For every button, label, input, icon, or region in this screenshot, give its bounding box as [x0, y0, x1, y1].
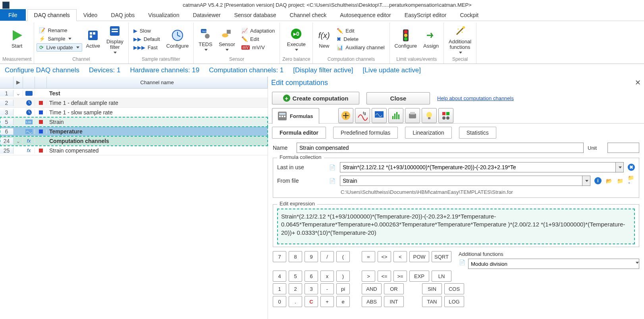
calc-mul[interactable]: x [320, 271, 334, 282]
expression-textarea[interactable]: Strain*(2.12/2.12 *(1+93/1000000)*(Tempe… [277, 209, 635, 244]
from-file-combo[interactable] [340, 176, 582, 186]
tab-strain-icon[interactable] [338, 108, 353, 123]
default-button[interactable]: ▶▶Default [131, 35, 162, 43]
link-live-update[interactable]: [Live update active] [362, 66, 420, 74]
calc-dot[interactable]: . [289, 296, 302, 307]
calc-lt[interactable]: < [393, 251, 407, 262]
tab-sensor-database[interactable]: Sensor database [228, 9, 283, 21]
calc-gt[interactable]: > [362, 271, 375, 282]
grid-row-strain[interactable]: 5 1.00 Strain [0, 117, 268, 127]
name-input[interactable] [297, 143, 584, 153]
tab-print-icon[interactable] [405, 108, 420, 123]
tab-video[interactable]: Video [77, 9, 104, 21]
chevron-down-icon[interactable] [635, 259, 639, 269]
calc-log[interactable]: LOG [444, 296, 464, 307]
tab-wave-icon[interactable]: fg [355, 108, 370, 123]
configure-rates-button[interactable]: Configure [164, 27, 191, 50]
calc-sqrt[interactable]: SQRT [432, 251, 451, 262]
calc-9[interactable]: 9 [305, 251, 318, 262]
calc-lpar[interactable]: ( [336, 251, 350, 262]
calc-3[interactable]: 3 [305, 283, 318, 294]
calc-pi[interactable]: pi [336, 283, 350, 294]
addfn-combo[interactable] [469, 259, 635, 269]
tab-channel-check[interactable]: Channel check [283, 9, 334, 21]
link-configure-daq[interactable]: Configure DAQ channels [5, 66, 79, 74]
note-icon[interactable]: 📄 [329, 177, 336, 184]
link-devices[interactable]: Devices: 1 [89, 66, 120, 74]
calc-clear[interactable]: C [305, 296, 318, 307]
calc-or[interactable]: OR [384, 283, 404, 294]
calc-cos[interactable]: COS [444, 283, 464, 294]
teds-button[interactable]: TEDS TEDS [196, 26, 215, 52]
close-icon[interactable]: ✕ [635, 78, 641, 87]
tab-bulb-icon[interactable] [422, 108, 437, 123]
calc-ne[interactable]: <> [378, 251, 391, 262]
mvv-button[interactable]: mVmV/V [239, 44, 277, 51]
chevron-down-icon[interactable] [582, 176, 590, 186]
help-link[interactable]: Help about computation channels [437, 95, 514, 101]
note-icon[interactable]: 📄 [459, 259, 466, 266]
close-button[interactable]: Close [366, 92, 430, 104]
edit-sensor-button[interactable]: ✏️Edit [239, 35, 277, 43]
tab-cockpit[interactable]: Cockpit [453, 9, 485, 21]
slow-button[interactable]: ▶Slow [131, 27, 162, 35]
grid-row-time1[interactable]: 2 Time 1 - default sample rate [0, 98, 268, 108]
fast-button[interactable]: ▶▶▶Fast [131, 44, 162, 51]
calc-0[interactable]: 0 [273, 296, 286, 307]
create-computation-button[interactable]: + Create computation [272, 92, 359, 104]
sample-button[interactable]: ⚡Sample [37, 35, 82, 43]
calc-2[interactable]: 2 [289, 283, 302, 294]
link-comp-channels[interactable]: Computation channels: 1 [209, 66, 283, 74]
info-icon[interactable]: i [594, 177, 602, 184]
tab-predefined[interactable]: Predefined formulas [333, 127, 398, 139]
calc-abs[interactable]: ABS [362, 296, 382, 307]
live-update-button[interactable]: ⟳Live update [37, 43, 82, 52]
header-channel-name[interactable]: Channel name [47, 77, 268, 88]
tab-autosequence[interactable]: Autosequence editor [333, 9, 397, 21]
folder-minus-icon[interactable]: 📁 [617, 177, 624, 184]
tab-spectrum-icon[interactable] [388, 108, 403, 123]
delete-comp-button[interactable]: ✖Delete [334, 35, 387, 43]
calc-div[interactable]: / [320, 251, 334, 262]
execute-button[interactable]: ▸0 Execute [285, 26, 308, 52]
link-hw-channels[interactable]: Hardware channels: 19 [130, 66, 199, 74]
calc-sin[interactable]: SIN [422, 283, 442, 294]
collapse-icon[interactable]: ⌄ [13, 138, 23, 144]
unit-input[interactable] [607, 143, 639, 153]
new-computation-button[interactable]: f(x) New [315, 27, 333, 50]
grid-row-time2[interactable]: 3 Time 1 - slow sample rate [0, 108, 268, 117]
additional-functions-button[interactable]: Additional functions [446, 23, 474, 56]
folder-plus-icon[interactable]: 📁⁺ [628, 177, 635, 184]
header-expand[interactable] [13, 77, 23, 88]
calc-tan[interactable]: TAN [422, 296, 442, 307]
chevron-down-icon[interactable] [615, 162, 623, 172]
tab-linearization[interactable]: Linearization [405, 127, 451, 139]
grid-row-test[interactable]: 1 ⌄ Test [0, 89, 268, 98]
tab-oscil-icon[interactable] [372, 108, 387, 123]
tab-formulas[interactable]: Formulas [272, 108, 319, 124]
aux-channel-button[interactable]: 📊Auxiliary channel [334, 44, 387, 51]
last-in-use-combo[interactable] [340, 162, 615, 172]
tab-cycle-icon[interactable] [438, 108, 453, 123]
calc-and[interactable]: AND [362, 283, 382, 294]
active-button[interactable]: Active [84, 27, 102, 50]
calc-ge[interactable]: >= [393, 271, 407, 282]
calc-5[interactable]: 5 [289, 271, 302, 282]
remove-icon[interactable]: ✖ [628, 164, 635, 171]
tab-easyscript[interactable]: EasyScript editor [398, 9, 453, 21]
tab-visualization[interactable]: Visualization [141, 9, 186, 21]
sensor-button[interactable]: Sensor [216, 26, 237, 52]
tab-daq-channels[interactable]: DAQ channels [27, 9, 77, 21]
grid-row-strain-comp[interactable]: 25 fx Strain compensated [0, 146, 268, 155]
calc-exp[interactable]: EXP [409, 271, 429, 282]
link-display-filter[interactable]: [Display filter active] [293, 66, 353, 74]
calc-plus[interactable]: + [320, 296, 334, 307]
calc-ln[interactable]: LN [432, 271, 451, 282]
calc-eq[interactable]: = [362, 251, 375, 262]
calc-4[interactable]: 4 [273, 271, 286, 282]
calc-6[interactable]: 6 [305, 271, 318, 282]
calc-1[interactable]: 1 [273, 283, 286, 294]
calc-int[interactable]: INT [384, 296, 404, 307]
configure-limits-button[interactable]: Configure [392, 27, 419, 50]
folder-open-icon[interactable]: 📂 [605, 177, 613, 184]
